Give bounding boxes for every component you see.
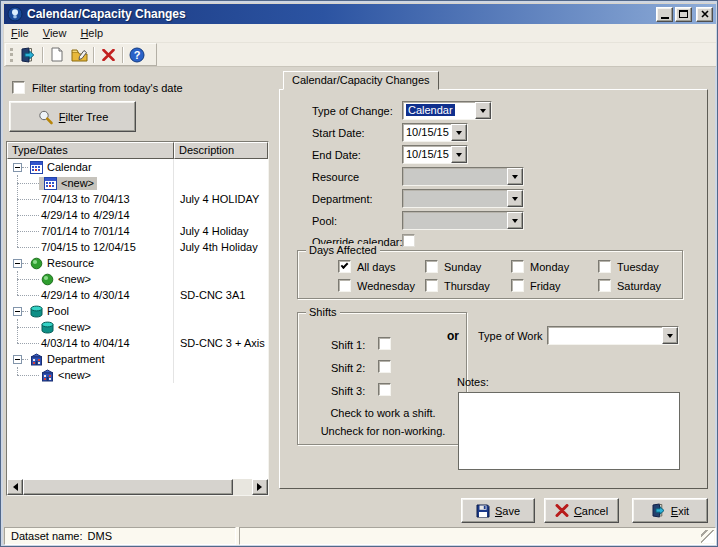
tree-row-date[interactable]: 4/03/14 to 4/04/14 SD-CNC 3 + Axis — [7, 335, 268, 351]
status-panel-2 — [239, 527, 716, 545]
filter-tree-button[interactable]: Filter Tree — [9, 101, 136, 132]
shifts-hint-line1: Check to work a shift. — [298, 407, 468, 419]
collapse-icon[interactable] — [13, 355, 22, 364]
collapse-icon[interactable] — [13, 163, 22, 172]
tree-row-resource[interactable]: Resource — [7, 255, 268, 271]
filter-tree-label: Filter Tree — [59, 111, 109, 123]
collapse-icon[interactable] — [13, 307, 22, 316]
tree-row-pool[interactable]: Pool — [7, 303, 268, 319]
start-date-label: Start Date: — [312, 127, 365, 139]
shift3-checkbox[interactable] — [378, 383, 391, 396]
monday-checkbox[interactable] — [511, 260, 524, 273]
pool-combo[interactable] — [402, 211, 524, 230]
days-affected-title: Days Affected — [306, 244, 380, 256]
menu-help[interactable]: Help — [73, 25, 110, 41]
day-option: All days — [338, 260, 396, 273]
tree-row-date[interactable]: 4/29/14 to 4/29/14 — [7, 207, 268, 223]
day-option: Sunday — [425, 260, 481, 273]
maximize-button[interactable] — [675, 7, 692, 22]
tree-row-date[interactable]: 7/01/14 to 7/01/14 July 4 Holiday — [7, 223, 268, 239]
menu-view[interactable]: View — [36, 25, 74, 41]
chevron-down-icon[interactable] — [507, 168, 523, 185]
saturday-checkbox[interactable] — [598, 279, 611, 292]
notes-textarea[interactable] — [458, 392, 680, 470]
tree-horizontal-scrollbar[interactable] — [7, 479, 268, 495]
tree-row-calendar-new[interactable]: <new> — [7, 175, 268, 191]
notes-label: Notes: — [457, 376, 489, 388]
dataset-panel: Dataset name: DMS — [4, 527, 236, 545]
sunday-checkbox[interactable] — [425, 260, 438, 273]
tree-row-department-new[interactable]: <new> — [7, 367, 268, 383]
shift1-checkbox[interactable] — [378, 337, 391, 350]
pool-icon — [30, 305, 43, 318]
shifts-group: Shifts Shift 1: Shift 2: Shift 3: Check … — [297, 312, 467, 445]
friday-checkbox[interactable] — [511, 279, 524, 292]
tuesday-checkbox[interactable] — [598, 260, 611, 273]
chevron-down-icon[interactable] — [451, 146, 467, 163]
wednesday-checkbox[interactable] — [338, 279, 351, 292]
start-date-combo[interactable]: 10/15/15 — [402, 123, 468, 142]
department-label: Department: — [312, 193, 373, 205]
window-title: Calendar/Capacity Changes — [27, 7, 654, 21]
shifts-hint-line2: Uncheck for non-working. — [298, 425, 468, 437]
scroll-right-icon[interactable] — [252, 479, 268, 495]
close-button[interactable] — [696, 7, 713, 22]
department-icon — [30, 353, 43, 366]
toolbar-gripper[interactable] — [10, 48, 13, 62]
cancel-button[interactable]: Cancel — [544, 498, 619, 523]
type-of-change-combo[interactable]: Calendar — [402, 101, 492, 120]
end-date-combo[interactable]: 10/15/15 — [402, 145, 468, 164]
department-combo[interactable] — [402, 189, 524, 208]
chevron-down-icon[interactable] — [662, 327, 678, 344]
svg-text:?: ? — [134, 49, 141, 61]
chevron-down-icon[interactable] — [507, 190, 523, 207]
chevron-down-icon[interactable] — [475, 102, 491, 119]
resource-combo[interactable] — [402, 167, 524, 186]
all-days-checkbox[interactable] — [338, 260, 351, 273]
tree-row-calendar[interactable]: Calendar — [7, 159, 268, 175]
day-option: Thursday — [425, 279, 490, 292]
minimize-button[interactable] — [656, 7, 673, 22]
delete-icon[interactable] — [97, 45, 119, 65]
calendar-icon — [30, 161, 43, 174]
type-of-work-label: Type of Work — [478, 330, 543, 342]
tree-row-date[interactable]: 7/04/15 to 12/04/15 July 4th Holiday — [7, 239, 268, 255]
save-button[interactable]: Save — [461, 498, 535, 523]
collapse-icon[interactable] — [13, 259, 22, 268]
scroll-left-icon[interactable] — [7, 479, 23, 495]
red-x-icon — [555, 504, 569, 517]
tree-row-pool-new[interactable]: <new> — [7, 319, 268, 335]
tree-row-date[interactable]: 4/29/14 to 4/30/14 SD-CNC 3A1 — [7, 287, 268, 303]
override-calendar-checkbox[interactable] — [402, 234, 415, 247]
tab-calendar-capacity-changes[interactable]: Calendar/Capacity Changes — [283, 71, 439, 90]
shift2-checkbox[interactable] — [378, 360, 391, 373]
resource-icon — [41, 273, 54, 286]
thursday-checkbox[interactable] — [425, 279, 438, 292]
chevron-down-icon[interactable] — [451, 124, 467, 141]
floppy-icon — [476, 504, 490, 518]
type-of-work-combo[interactable] — [547, 326, 679, 345]
calendar-icon — [44, 177, 57, 190]
menu-bar: File View Help — [4, 24, 716, 43]
help-icon[interactable]: ? — [126, 45, 148, 65]
scrollbar-thumb[interactable] — [23, 479, 233, 495]
day-option: Saturday — [598, 279, 661, 292]
title-bar[interactable]: Calendar/Capacity Changes — [4, 4, 716, 24]
exit-button[interactable]: Exit — [632, 498, 708, 523]
filter-today-label: Filter starting from today's date — [32, 82, 183, 94]
column-header-type-dates[interactable]: Type/Dates — [7, 142, 174, 159]
resize-grip[interactable] — [701, 530, 714, 543]
exit-icon[interactable] — [17, 45, 39, 65]
end-date-label: End Date: — [312, 149, 361, 161]
exit-door-icon — [651, 503, 666, 518]
filter-today-checkbox[interactable] — [12, 81, 25, 94]
tree-row-date[interactable]: 7/04/13 to 7/04/13 July 4 HOLIDAY — [7, 191, 268, 207]
tree-row-resource-new[interactable]: <new> — [7, 271, 268, 287]
open-edit-icon[interactable] — [68, 45, 90, 65]
chevron-down-icon[interactable] — [507, 212, 523, 229]
column-header-description[interactable]: Description — [174, 142, 268, 159]
menu-file[interactable]: File — [4, 25, 36, 41]
new-document-icon[interactable] — [46, 45, 68, 65]
tree-row-department[interactable]: Department — [7, 351, 268, 367]
status-bar: Dataset name: DMS — [4, 527, 716, 545]
